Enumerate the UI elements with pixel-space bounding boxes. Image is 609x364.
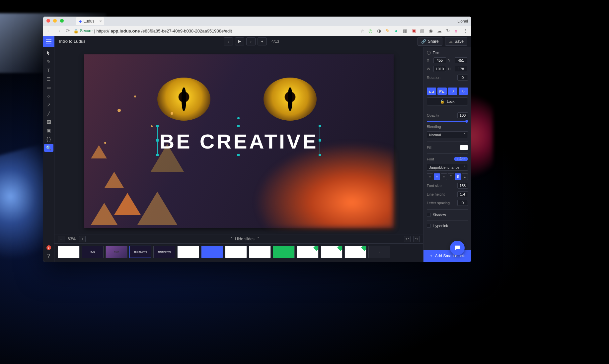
- flip-v-button[interactable]: ◤◣: [437, 88, 447, 95]
- presentation-title[interactable]: Intro to Ludus: [59, 39, 86, 44]
- url-field[interactable]: 🔒 Secure | https://app.ludus.one/e83f9a8…: [73, 29, 357, 33]
- flip-h-button[interactable]: ◣◢: [427, 88, 436, 95]
- slide-thumbnail[interactable]: [58, 246, 80, 258]
- valign-middle-button[interactable]: ⇵: [455, 173, 461, 180]
- forward-icon[interactable]: →: [56, 28, 61, 34]
- browser-profile[interactable]: Lionel: [457, 19, 468, 24]
- ext-icon[interactable]: ▦: [402, 28, 408, 33]
- search-tool[interactable]: 🔍: [44, 144, 53, 152]
- code-tool[interactable]: { }: [44, 135, 53, 143]
- ext-icon[interactable]: ☁: [437, 28, 442, 33]
- video-tool[interactable]: ▣: [44, 127, 53, 135]
- ext-icon[interactable]: ◎: [368, 28, 373, 33]
- font-size-input[interactable]: [457, 183, 468, 189]
- rotate-cw-button[interactable]: ↻: [459, 88, 468, 95]
- slide-thumbnail[interactable]: [297, 246, 319, 258]
- slide-thumbnail[interactable]: [273, 246, 295, 258]
- redo-button[interactable]: ↷: [413, 236, 420, 242]
- browser-tab[interactable]: ◆ Ludus ×: [76, 17, 105, 25]
- slide-thumbnail[interactable]: [225, 246, 247, 258]
- font-family-select[interactable]: Jaapokkienchance ˅: [427, 164, 468, 171]
- slide-image-eye: [264, 78, 317, 121]
- ext-icon[interactable]: ↻: [445, 28, 451, 33]
- image-tool[interactable]: 🖼: [44, 118, 53, 126]
- ext-icon[interactable]: ▣: [411, 28, 416, 33]
- align-right-button[interactable]: ≡: [441, 173, 447, 180]
- text-tool[interactable]: T: [44, 66, 53, 74]
- slide-thumbnail[interactable]: FAST: [106, 246, 127, 258]
- hyperlink-checkbox[interactable]: [427, 224, 431, 228]
- close-window-icon[interactable]: [46, 19, 50, 23]
- slide-thumbnail[interactable]: +: [368, 246, 390, 258]
- shadow-checkbox[interactable]: [427, 213, 431, 217]
- play-button[interactable]: ▶: [235, 37, 244, 45]
- ext-icon[interactable]: ●: [394, 28, 399, 33]
- add-font-button[interactable]: + Add: [454, 157, 468, 161]
- slide-thumbnail[interactable]: BE CREATIVE: [129, 246, 151, 258]
- h-input[interactable]: [455, 66, 467, 72]
- rotation-input[interactable]: [457, 75, 468, 81]
- slide-thumbnail[interactable]: INTERACTIVE: [153, 246, 175, 258]
- close-tab-icon[interactable]: ×: [99, 19, 102, 24]
- prev-slide-button[interactable]: ‹: [224, 37, 233, 45]
- list-tool[interactable]: ☰: [44, 75, 53, 83]
- circle-tool[interactable]: ○: [44, 92, 53, 100]
- hyperlink-row[interactable]: Hyperlink: [427, 224, 468, 228]
- pen-tool[interactable]: ✎: [44, 58, 53, 66]
- minimize-window-icon[interactable]: [53, 19, 57, 23]
- slide-thumbnail[interactable]: [201, 246, 223, 258]
- next-slide-button[interactable]: ›: [246, 37, 256, 45]
- slide-thumbnail[interactable]: [344, 246, 366, 258]
- slide-thumbnail[interactable]: [177, 246, 199, 258]
- maximize-window-icon[interactable]: [60, 19, 64, 23]
- selection-box[interactable]: [157, 126, 320, 155]
- y-input[interactable]: [455, 57, 467, 63]
- lock-button[interactable]: 🔓 Lock: [427, 97, 468, 105]
- help-icon[interactable]: ?: [47, 253, 50, 259]
- hamburger-menu-button[interactable]: [43, 36, 54, 47]
- blending-select[interactable]: Normal ˅: [427, 131, 468, 138]
- ext-icon[interactable]: m: [454, 28, 459, 33]
- x-input[interactable]: [433, 57, 446, 63]
- ext-icon[interactable]: ◑: [376, 28, 382, 33]
- line-tool[interactable]: ╱: [44, 109, 53, 117]
- slide-thumbnail[interactable]: [321, 246, 343, 258]
- zoom-out-button[interactable]: −: [58, 236, 64, 242]
- x-label: X: [427, 58, 431, 62]
- slide-thumbnail[interactable]: RUN: [82, 246, 104, 258]
- save-button[interactable]: ☁ Save: [445, 37, 467, 46]
- bookmark-icon[interactable]: ☆: [360, 29, 364, 33]
- reload-icon[interactable]: ⟳: [66, 28, 70, 34]
- ext-icon[interactable]: ◉: [428, 28, 433, 33]
- opacity-slider[interactable]: [427, 121, 468, 122]
- ext-icon[interactable]: ✎: [385, 28, 390, 33]
- ext-icon[interactable]: ▤: [419, 28, 425, 33]
- intercom-chat-button[interactable]: [450, 241, 465, 255]
- slide[interactable]: BE CREATIVE: [84, 54, 394, 228]
- shadow-row[interactable]: Shadow: [427, 213, 468, 217]
- undo-button[interactable]: ↶: [404, 236, 411, 242]
- w-input[interactable]: [433, 66, 446, 72]
- valign-bottom-button[interactable]: ⤓: [462, 173, 468, 180]
- add-smart-block-button[interactable]: + Add Smart Block: [423, 250, 471, 262]
- letter-spacing-input[interactable]: [457, 200, 468, 206]
- align-center-button[interactable]: ≡: [434, 173, 440, 180]
- canvas-area[interactable]: BE CREATIVE: [54, 47, 423, 234]
- notification-badge[interactable]: 3: [46, 245, 51, 250]
- rotate-ccw-button[interactable]: ↺: [448, 88, 457, 95]
- opacity-input[interactable]: [457, 112, 468, 118]
- line-height-input[interactable]: [457, 191, 468, 197]
- align-left-button[interactable]: ≡: [427, 173, 433, 180]
- share-button[interactable]: 🔗 Share: [418, 37, 442, 46]
- back-icon[interactable]: ←: [46, 28, 51, 34]
- select-tool[interactable]: [44, 49, 53, 57]
- rectangle-tool[interactable]: ▭: [44, 84, 53, 91]
- hide-slides-toggle[interactable]: ˅ Hide slides ˅: [230, 237, 259, 241]
- browser-menu-icon[interactable]: ⋮: [463, 28, 468, 33]
- arrow-tool[interactable]: ↗: [44, 101, 53, 109]
- zoom-in-button[interactable]: +: [79, 236, 86, 242]
- add-slide-button[interactable]: +: [258, 37, 267, 45]
- fill-swatch[interactable]: [460, 145, 468, 150]
- valign-top-button[interactable]: ⤒: [448, 173, 454, 180]
- slide-thumbnail[interactable]: [249, 246, 271, 258]
